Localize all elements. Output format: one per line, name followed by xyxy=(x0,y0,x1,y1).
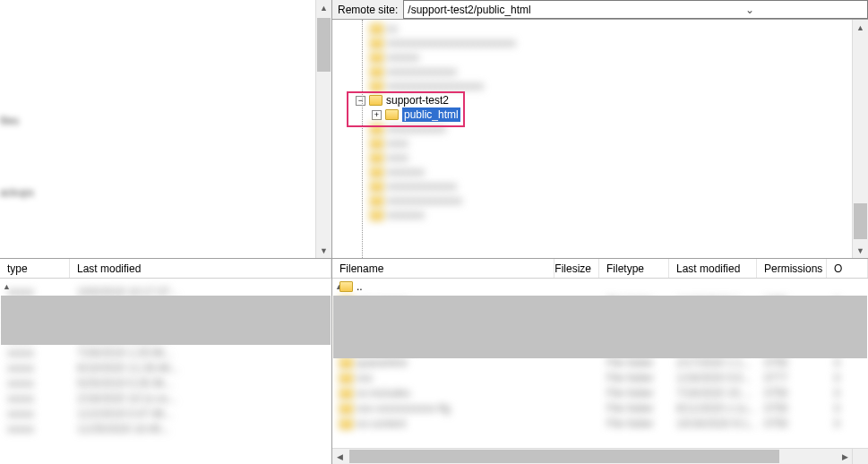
remote-tree[interactable]: xx xxxxxxxxxxxxxxxxxxxxxxxx xxxxxx xxxxx… xyxy=(332,20,853,258)
tree-node-support-test2[interactable]: − support-test2 xyxy=(332,93,853,107)
folder-icon xyxy=(370,138,383,149)
scroll-thumb[interactable] xyxy=(349,450,779,463)
folder-icon xyxy=(370,38,383,48)
folder-icon xyxy=(370,167,383,177)
scroll-thumb[interactable] xyxy=(854,203,867,239)
folder-up-icon xyxy=(339,281,353,292)
remote-tree-scrollbar[interactable]: ▲ ▼ xyxy=(852,20,868,258)
tree-node-label-selected: public_html xyxy=(402,107,460,122)
folder-icon xyxy=(370,210,383,220)
remote-path-value: /support-test2/public_html xyxy=(408,4,635,16)
scroll-down-icon[interactable]: ▼ xyxy=(854,243,867,258)
local-list-header: type Last modified xyxy=(0,259,331,279)
remote-tree-pane: Remote site: /support-test2/public_html … xyxy=(332,0,868,258)
scroll-right-icon[interactable]: ▶ xyxy=(838,450,853,463)
remote-list-header: Filename Filesize Filetype Last modified… xyxy=(332,259,868,279)
local-tree-pane: files ackups ▲ ▼ xyxy=(0,0,332,258)
scroll-corner xyxy=(852,448,868,464)
list-item[interactable]: xxxFile folder1/16/2020 0:0...07770 xyxy=(332,370,853,385)
col-filename[interactable]: Filename xyxy=(332,259,554,278)
list-item[interactable]: xxx-xxxxxxxxxxx-flgFile folder8/11/2020 … xyxy=(332,400,853,416)
local-tree[interactable]: files ackups xyxy=(0,0,316,258)
remote-list-pane: Filename Filesize Filetype Last modified… xyxy=(332,259,868,464)
parent-directory-row[interactable]: .. xyxy=(332,279,853,294)
tree-node-public-html[interactable]: + public_html xyxy=(332,107,853,122)
col-owner[interactable]: O xyxy=(827,259,868,278)
list-item[interactable]: xx-contentFile folder10/16/2020 9:1...07… xyxy=(332,416,853,431)
expand-icon[interactable]: + xyxy=(372,110,382,120)
scroll-up-icon[interactable]: ▲ xyxy=(854,20,867,35)
remote-list-hscrollbar[interactable]: ◀ ▶ xyxy=(332,448,853,464)
col-filetype[interactable]: Filetype xyxy=(599,259,669,278)
folder-icon xyxy=(370,66,383,77)
remote-path-bar: Remote site: /support-test2/public_html … xyxy=(332,0,868,20)
folder-icon xyxy=(370,195,383,206)
col-last-modified[interactable]: Last modified xyxy=(70,259,331,278)
collapse-icon[interactable]: − xyxy=(356,96,365,106)
folder-icon xyxy=(370,124,383,134)
col-last-modified[interactable]: Last modified xyxy=(669,259,757,278)
local-tree-item[interactable]: ackups xyxy=(0,186,34,199)
folder-icon xyxy=(370,52,383,63)
remote-site-label: Remote site: xyxy=(332,4,403,16)
folder-icon xyxy=(370,181,383,192)
local-tree-item[interactable]: files xyxy=(0,115,19,127)
tree-node-label: support-test2 xyxy=(386,93,449,107)
scroll-down-icon[interactable]: ▼ xyxy=(317,243,331,258)
folder-icon xyxy=(369,95,382,106)
scroll-thumb[interactable] xyxy=(317,18,331,72)
local-list-pane: type Last modified xxxxx10/0/2019 10:17:… xyxy=(0,259,332,464)
col-filesize[interactable]: Filesize xyxy=(554,259,599,278)
scroll-thumb[interactable] xyxy=(333,296,867,358)
folder-icon xyxy=(370,81,383,91)
chevron-down-icon[interactable]: ⌄ xyxy=(636,4,864,16)
folder-icon xyxy=(370,23,383,34)
folder-icon xyxy=(370,152,383,163)
scroll-up-icon[interactable]: ▲ xyxy=(317,0,331,15)
list-item[interactable]: xx-includesFile folder7/16/2020 15:...07… xyxy=(332,385,853,400)
col-filetype[interactable]: type xyxy=(0,259,70,278)
remote-path-input[interactable]: /support-test2/public_html ⌄ xyxy=(403,0,868,19)
folder-icon xyxy=(385,109,399,120)
scroll-left-icon[interactable]: ◀ xyxy=(332,450,348,463)
filezilla-window: files ackups ▲ ▼ Remote site: /support-t… xyxy=(0,0,868,464)
local-tree-scrollbar[interactable]: ▲ ▼ xyxy=(315,0,331,258)
scroll-thumb[interactable] xyxy=(1,296,331,345)
col-permissions[interactable]: Permissions xyxy=(757,259,827,278)
